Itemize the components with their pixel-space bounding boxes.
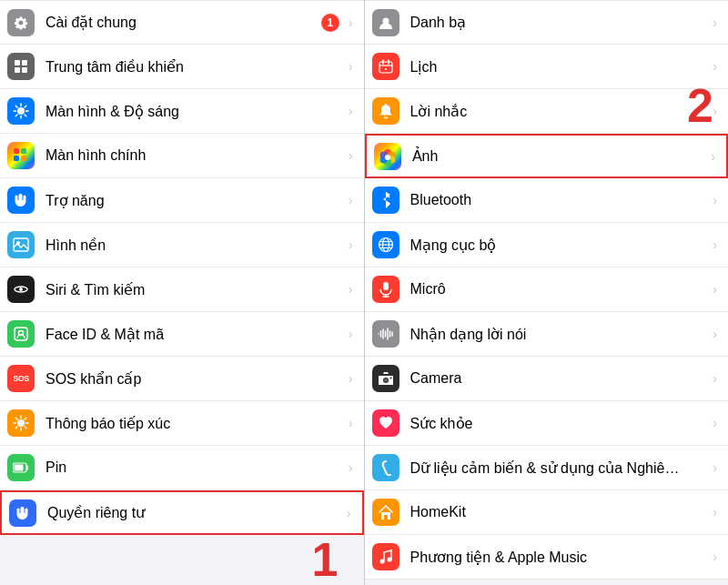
label-face-id-mat-ma: Face ID & Mật mã xyxy=(46,326,345,343)
step-number-1: 1 xyxy=(312,536,339,583)
left-item-face-id-mat-ma[interactable]: Face ID & Mật mã › xyxy=(0,312,364,357)
left-item-hinh-nen[interactable]: Hình nền › xyxy=(0,223,364,267)
icon-cai-dat-chung xyxy=(7,9,35,36)
icon-suc-khoe xyxy=(372,409,399,437)
left-panel: Cài đặt chung 1 › Trung tâm điều khiển › xyxy=(0,0,364,585)
svg-point-46 xyxy=(385,155,390,160)
right-item-mang-cuc-bo[interactable]: Mạng cục bộ › xyxy=(365,223,729,267)
svg-rect-3 xyxy=(22,67,27,73)
svg-rect-1 xyxy=(22,60,27,66)
svg-point-20 xyxy=(19,287,23,291)
icon-hinh-nen xyxy=(7,231,35,258)
label-du-lieu-cam-bien: Dữ liệu cảm biến & sử dụng của Nghiê… xyxy=(410,459,710,477)
right-item-bluetooth[interactable]: Bluetooth › xyxy=(365,178,729,223)
svg-rect-33 xyxy=(15,465,24,471)
left-item-man-hinh-chinh[interactable]: Màn hình chính › xyxy=(0,134,364,178)
icon-anh xyxy=(374,143,401,170)
chevron-siri-tim-kiem: › xyxy=(349,282,353,297)
right-item-du-lieu-cam-bien[interactable]: Dữ liệu cảm biến & sử dụng của Nghiê… › xyxy=(365,446,729,490)
chevron-danh-ba: › xyxy=(713,15,717,30)
chevron-camera: › xyxy=(713,371,717,386)
right-item-homekit[interactable]: HomeKit › xyxy=(365,490,729,535)
label-anh: Ảnh xyxy=(412,147,708,165)
label-cai-dat-chung: Cài đặt chung xyxy=(46,14,321,31)
icon-trung-tam-dieu-khien xyxy=(7,53,35,80)
svg-point-23 xyxy=(17,419,25,427)
svg-line-28 xyxy=(15,418,17,419)
label-bluetooth: Bluetooth xyxy=(410,192,710,208)
svg-point-39 xyxy=(385,68,387,70)
svg-point-65 xyxy=(389,378,391,379)
svg-line-30 xyxy=(25,418,26,419)
icon-danh-ba xyxy=(372,9,399,36)
right-item-suc-khoe[interactable]: Sức khỏe › xyxy=(365,401,729,446)
left-item-sos-khan-cap[interactable]: SOS SOS khẩn cấp › xyxy=(0,357,364,401)
icon-lich xyxy=(372,53,399,80)
chevron-cai-dat-chung: › xyxy=(349,15,353,30)
chevron-man-hinh-do-sang: › xyxy=(349,104,353,118)
left-item-siri-tim-kiem[interactable]: Siri & Tìm kiếm › xyxy=(0,267,364,312)
right-panel: Danh bạ › Lịch › Lời nhắc › xyxy=(365,0,729,585)
chevron-mang-cuc-bo: › xyxy=(713,237,717,252)
right-item-phuong-tien-am-nhac[interactable]: Phương tiện & Apple Music › xyxy=(365,535,729,580)
chevron-lich: › xyxy=(713,59,717,74)
chevron-hinh-nen: › xyxy=(349,237,353,252)
svg-rect-2 xyxy=(15,67,20,73)
left-item-man-hinh-do-sang[interactable]: Màn hình & Độ sáng › xyxy=(0,89,364,134)
right-item-lich[interactable]: Lịch › xyxy=(365,45,729,89)
chevron-thong-bao-tiep-xuc: › xyxy=(349,416,353,430)
svg-line-11 xyxy=(25,106,26,107)
right-item-micro[interactable]: Micrô › xyxy=(365,267,729,312)
label-lich: Lịch xyxy=(410,58,710,76)
right-item-camera[interactable]: Camera › xyxy=(365,357,729,401)
left-item-cai-dat-chung[interactable]: Cài đặt chung 1 › xyxy=(0,0,364,45)
label-camera: Camera xyxy=(410,370,710,387)
label-nhan-dang-loi-noi: Nhận dạng lời nói xyxy=(410,326,710,343)
label-mang-cuc-bo: Mạng cục bộ xyxy=(410,237,710,254)
chevron-quyen-rieng-tu: › xyxy=(347,506,351,520)
svg-rect-21 xyxy=(15,328,27,340)
label-thong-bao-tiep-xuc: Thông báo tiếp xúc xyxy=(46,415,345,432)
label-sos-khan-cap: SOS khẩn cấp xyxy=(46,370,345,388)
icon-tro-nang xyxy=(7,187,35,214)
svg-point-68 xyxy=(379,560,384,564)
chevron-bluetooth: › xyxy=(713,193,717,207)
chevron-man-hinh-chinh: › xyxy=(349,148,353,163)
left-item-tro-nang[interactable]: Trợ năng › xyxy=(0,178,364,223)
svg-rect-67 xyxy=(384,515,388,519)
chevron-phuong-tien-am-nhac: › xyxy=(713,550,717,564)
badge-cai-dat-chung: 1 xyxy=(321,14,339,32)
label-man-hinh-chinh: Màn hình chính xyxy=(46,147,345,164)
icon-man-hinh-chinh xyxy=(7,142,35,169)
icon-sos-khan-cap: SOS xyxy=(7,365,35,392)
right-item-anh[interactable]: Ảnh › xyxy=(365,134,729,178)
icon-bluetooth xyxy=(372,187,399,214)
icon-micro xyxy=(372,276,399,303)
chevron-nhan-dang-loi-noi: › xyxy=(713,327,717,341)
svg-line-10 xyxy=(25,115,26,116)
icon-siri-tim-kiem xyxy=(7,276,35,303)
svg-point-4 xyxy=(17,107,25,115)
left-item-trung-tam-dieu-khien[interactable]: Trung tâm điều khiển › xyxy=(0,45,364,89)
right-item-nhan-dang-loi-noi[interactable]: Nhận dạng lời nói › xyxy=(365,312,729,357)
label-loi-nhac: Lời nhắc xyxy=(410,103,710,120)
icon-camera xyxy=(372,365,399,392)
svg-point-69 xyxy=(387,558,391,562)
chevron-tro-nang: › xyxy=(349,193,353,207)
svg-rect-35 xyxy=(379,62,392,73)
svg-rect-15 xyxy=(14,156,19,161)
label-homekit: HomeKit xyxy=(410,504,710,520)
icon-loi-nhac xyxy=(372,97,399,125)
right-item-loi-nhac[interactable]: Lời nhắc › xyxy=(365,89,729,134)
chevron-du-lieu-cam-bien: › xyxy=(713,460,717,475)
svg-point-64 xyxy=(384,378,388,382)
label-tro-nang: Trợ năng xyxy=(46,192,345,209)
right-item-danh-ba[interactable]: Danh bạ › xyxy=(365,0,729,45)
left-item-thong-bao-tiep-xuc[interactable]: Thông báo tiếp xúc › xyxy=(0,401,364,446)
left-item-pin[interactable]: Pin › xyxy=(0,446,364,490)
chevron-homekit: › xyxy=(713,505,717,519)
left-item-quyen-rieng-tu[interactable]: Quyền riêng tư › xyxy=(0,490,364,535)
icon-mang-cuc-bo xyxy=(372,231,399,258)
icon-homekit xyxy=(372,499,399,526)
label-quyen-rieng-tu: Quyền riêng tư xyxy=(47,504,343,521)
